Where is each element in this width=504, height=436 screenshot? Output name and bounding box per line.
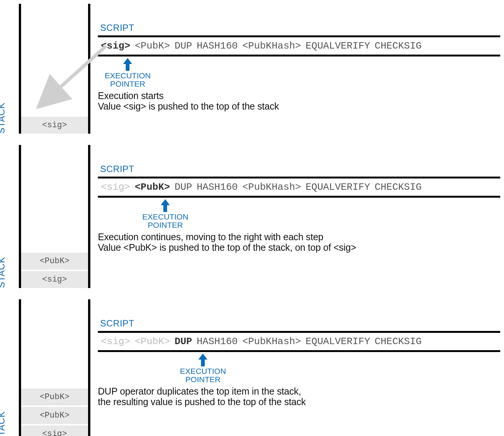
script-token: HASH160 — [196, 336, 238, 347]
stack-column: STACK <PubK> <PubK> <sig> — [0, 299, 94, 436]
stack-item: <PubK> — [21, 253, 88, 270]
desc-line: Value <PubK> is pushed to the top of the… — [98, 242, 500, 253]
stack-item: <sig> — [21, 117, 88, 134]
stack-item: <PubK> — [21, 407, 88, 424]
step-description: DUP operator duplicates the top item in … — [98, 386, 500, 407]
pointer-row: EXECUTION POINTER — [98, 198, 500, 232]
script-heading: SCRIPT — [100, 318, 500, 329]
script-token: <sig> — [101, 181, 130, 193]
script-token: <PubKHash> — [242, 336, 301, 347]
script-heading: SCRIPT — [100, 164, 500, 174]
desc-line: Execution continues, moving to the right… — [98, 232, 500, 242]
pointer-label-line2: POINTER — [105, 80, 151, 88]
stack-item: <sig> — [21, 271, 88, 288]
script-column: SCRIPT <sig> <PubK> DUP HASH160 <PubKHas… — [94, 145, 500, 288]
script-token: EQUALVERIFY — [306, 181, 370, 193]
script-token: <sig> — [101, 40, 130, 52]
pointer-row: EXECUTION POINTER — [98, 56, 500, 90]
arrow-up-icon — [122, 58, 133, 71]
script-token: EQUALVERIFY — [306, 40, 370, 52]
script-heading: SCRIPT — [100, 23, 500, 33]
script-token: DUP — [175, 40, 192, 52]
execution-pointer: EXECUTION POINTER — [105, 58, 151, 88]
execution-pointer: EXECUTION POINTER — [142, 199, 189, 229]
pointer-row: EXECUTION POINTER — [98, 352, 500, 386]
script-token: HASH160 — [196, 40, 238, 52]
desc-line: Execution starts — [98, 90, 500, 101]
desc-line: the resulting value is pushed to the top… — [98, 396, 500, 407]
script-token: <PubKHash> — [242, 40, 301, 52]
stack-label: STACK — [0, 257, 7, 288]
pointer-label-line2: POINTER — [142, 221, 189, 229]
pointer-label-line1: EXECUTION — [142, 213, 189, 221]
script-token: <PubKHash> — [242, 181, 301, 193]
script-token: <PubK> — [135, 336, 170, 347]
execution-pointer: EXECUTION POINTER — [180, 354, 226, 384]
script-token: <PubK> — [135, 40, 170, 52]
script-token: <PubK> — [135, 181, 170, 193]
script-token: EQUALVERIFY — [306, 336, 370, 347]
stack-column: STACK <sig> — [0, 4, 94, 134]
script-token: CHECKSIG — [375, 336, 422, 347]
script-token: CHECKSIG — [375, 40, 422, 52]
step-description: Execution continues, moving to the right… — [98, 232, 500, 253]
execution-step-2: STACK <PubK> <sig> SCRIPT <sig> <PubK> D… — [0, 145, 500, 288]
desc-line: Value <sig> is pushed to the top of the … — [98, 101, 500, 111]
stack-items: <PubK> <sig> — [21, 251, 88, 288]
pointer-label-line1: EXECUTION — [180, 367, 226, 375]
pointer-label-line2: POINTER — [180, 375, 226, 384]
desc-line: DUP operator duplicates the top item in … — [98, 386, 500, 396]
execution-step-1: STACK <sig> SCRIPT <sig> <PubK> DUP HASH… — [0, 4, 500, 134]
script-token: HASH160 — [196, 181, 238, 193]
script-token: DUP — [175, 181, 192, 193]
arrow-up-icon — [198, 354, 208, 366]
execution-step-3: STACK <PubK> <PubK> <sig> SCRIPT <sig> <… — [0, 299, 500, 436]
stack-label: STACK — [0, 102, 7, 134]
stack-walls — [19, 4, 90, 134]
script-line: <sig> <PubK> DUP HASH160 <PubKHash> EQUA… — [98, 331, 500, 352]
script-token: <sig> — [101, 336, 130, 347]
script-column: SCRIPT <sig> <PubK> DUP HASH160 <PubKHas… — [94, 299, 500, 436]
pointer-label-line1: EXECUTION — [105, 72, 151, 80]
arrow-up-icon — [160, 199, 171, 212]
stack-label: STACK — [0, 411, 7, 436]
script-line: <sig> <PubK> DUP HASH160 <PubKHash> EQUA… — [98, 177, 500, 198]
stack-item: <PubK> — [21, 389, 88, 406]
script-token: DUP — [175, 336, 192, 347]
stack-items: <PubK> <PubK> <sig> — [21, 387, 88, 436]
script-column: SCRIPT <sig> <PubK> DUP HASH160 <PubKHas… — [94, 4, 500, 134]
stack-column: STACK <PubK> <sig> — [0, 145, 94, 288]
script-line: <sig> <PubK> DUP HASH160 <PubKHash> EQUA… — [98, 35, 500, 56]
step-description: Execution starts Value <sig> is pushed t… — [98, 90, 500, 111]
script-token: CHECKSIG — [375, 181, 422, 193]
stack-items: <sig> — [21, 115, 88, 134]
stack-item: <sig> — [21, 425, 88, 436]
